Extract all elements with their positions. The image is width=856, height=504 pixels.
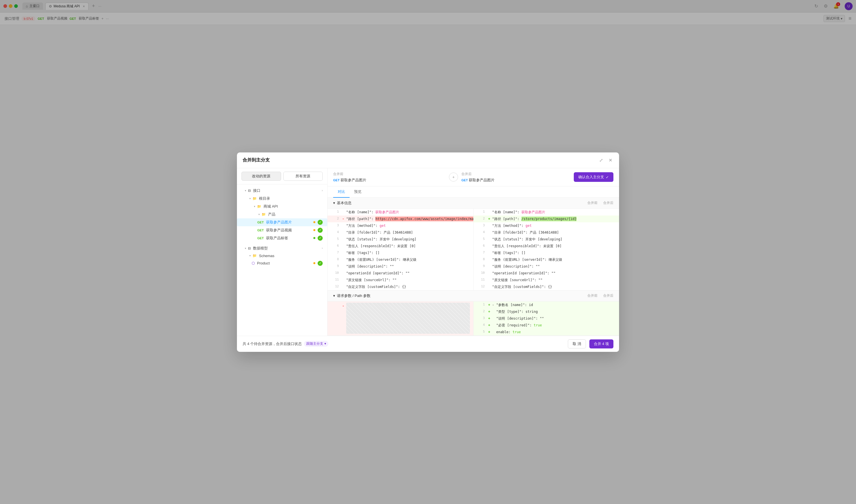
modal-overlay: 合并到主分支 ⤢ ✕ 改动的资源 所有资源 ▾ ⊟ 接口 <box>0 0 856 25</box>
